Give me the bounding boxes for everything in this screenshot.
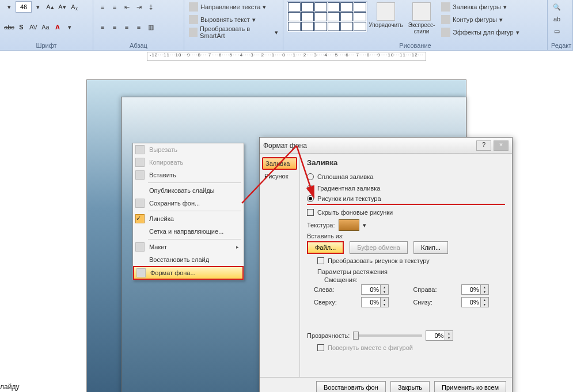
ctx-restore-slide[interactable]: Восстановить слайд [133,253,244,266]
ctx-save-background[interactable]: Сохранить фон... [133,197,244,210]
offset-right-input[interactable]: ▴▾ [461,284,505,295]
check-rotate: Повернуть вместе с фигурой [317,342,505,353]
select-button[interactable]: ▭ [551,25,563,37]
font-color-button[interactable]: A [52,21,63,33]
numbering-button[interactable]: ≡ [109,1,120,13]
label-top: Сверху: [314,299,353,306]
file-button[interactable]: Файл... [307,241,344,254]
radio-icon [307,185,314,192]
offset-left-input[interactable]: ▴▾ [361,284,405,295]
texture-picker[interactable] [339,219,359,231]
arrange-button[interactable]: Упорядочить [369,1,403,29]
align-text-icon [189,15,198,24]
slide-stage: Вырезать Копировать Вставить Опубликоват… [0,62,573,373]
align-right-button[interactable]: ≡ [121,21,132,33]
ctx-paste[interactable]: Вставить [133,169,244,181]
font-family-dropdown[interactable]: ▾ [3,1,15,13]
ctx-layout[interactable]: Макет▸ [133,241,244,253]
help-button[interactable]: ? [476,140,491,151]
ctx-cut: Вырезать [133,143,244,156]
label-left: Слева: [314,286,353,293]
copy-icon [135,158,145,167]
shape-effects-button[interactable]: Эффекты для фигур ▾ [440,26,521,38]
change-case-button[interactable]: Aa [40,21,51,33]
align-center-button[interactable]: ≡ [109,21,120,33]
ribbon-group-edit: 🔍 ab ▭ Редакт [548,0,573,50]
label-right: Справа: [413,286,453,293]
dropdown-icon[interactable]: ▾ [363,222,366,229]
radio-solid-fill[interactable]: Сплошная заливка [307,172,505,182]
ribbon-label-paragraph: Абзац [97,41,180,50]
offset-top-input[interactable]: ▴▾ [361,297,405,307]
align-left-button[interactable]: ≡ [97,21,108,33]
line-spacing-button[interactable]: ‡ [145,1,157,13]
ctx-ruler[interactable]: ✓Линейка [133,212,244,225]
layout-icon [135,242,145,252]
shrink-font-button[interactable]: A▾ [56,1,68,13]
indent-inc-button[interactable]: ⇥ [133,1,145,13]
transparency-input[interactable]: ▴▾ [426,330,453,341]
radio-picture-fill[interactable]: Рисунок или текстура [307,195,505,205]
find-button[interactable]: 🔍 [551,1,563,13]
checkbox-icon [317,344,324,351]
replace-button[interactable]: ab [551,13,563,25]
text-direction-icon [189,2,198,12]
columns-button[interactable]: ▥ [145,21,157,33]
font-color-dropdown[interactable]: ▾ [64,21,75,33]
chevron-right-icon: ▸ [236,244,239,250]
check-hide-bg[interactable]: Скрыть фоновые рисунки [307,207,505,218]
ctx-separator [148,182,241,183]
shape-fill-button[interactable]: Заливка фигуры ▾ [440,1,521,13]
ribbon: ▾ ▾ A▴ A▾ Aᵪ abc S AV Aa A ▾ Шрифт [0,0,573,51]
smartart-button[interactable]: Преобразовать в SmartArt ▾ [188,26,279,38]
check-to-texture[interactable]: Преобразовать рисунок в текстуру [317,256,505,266]
tab-picture[interactable]: Рисунок [262,171,297,181]
slider-thumb[interactable] [353,332,359,340]
spacing-button[interactable]: AV [28,21,39,33]
ruler-area: -12···11···10···9····8····7····6····5···… [0,51,573,62]
text-direction-button[interactable]: Направление текста ▾ [188,1,279,13]
express-styles-button[interactable]: Экспресс-стили [404,1,439,36]
ribbon-group-font: ▾ ▾ A▴ A▾ Aᵪ abc S AV Aa A ▾ Шрифт [0,0,93,50]
shape-outline-button[interactable]: Контур фигуры ▾ [440,14,521,25]
checkbox-icon [307,209,314,216]
label-transparency: Прозрачность: [307,332,350,339]
paste-icon [135,170,145,180]
strikethrough-button[interactable]: abc [3,21,15,33]
apply-all-button[interactable]: Применить ко всем [434,381,506,393]
horizontal-ruler[interactable]: -12···11···10···9····8····7····6····5···… [147,52,427,61]
transparency-slider[interactable] [353,334,422,337]
restore-bg-button[interactable]: Восстановить фон [316,381,386,393]
clear-format-button[interactable]: Aᵪ [69,1,80,13]
align-text-button[interactable]: Выровнять текст ▾ [188,14,279,25]
close-button[interactable]: × [494,140,509,151]
ctx-publish-slides[interactable]: Опубликовать слайды [133,184,244,197]
radio-gradient-fill[interactable]: Градиентная заливка [307,183,505,193]
dialog-titlebar[interactable]: Формат фона ? × [260,138,512,154]
footer-text-fragment: лайду [0,382,19,392]
offset-bottom-input[interactable]: ▴▾ [461,297,505,307]
ctx-separator [148,211,241,211]
ribbon-group-text-tools: Направление текста ▾ Выровнять текст ▾ П… [184,0,283,50]
ctx-copy: Копировать [133,156,244,169]
label-stretch: Параметры растяжения [317,268,505,275]
shadow-button[interactable]: S [16,21,27,33]
label-insert-from: Вставить из: [307,233,344,239]
express-styles-icon [412,2,431,21]
dialog-format-background: Формат фона ? × Заливка Рисунок Заливка … [259,137,513,392]
ctx-grid[interactable]: Сетка и направляющие... [133,225,244,238]
tab-fill[interactable]: Заливка [262,157,297,170]
bullets-button[interactable]: ≡ [97,1,108,13]
effects-icon [441,28,450,37]
font-size-dropdown[interactable]: ▾ [32,1,44,13]
ribbon-group-drawing: Упорядочить Экспресс-стили Заливка фигур… [283,0,548,50]
clip-button[interactable]: Клип... [413,241,448,254]
indent-dec-button[interactable]: ⇤ [121,1,132,13]
align-justify-button[interactable]: ≡ [133,21,145,33]
ctx-format-background[interactable]: Формат фона... [133,266,244,280]
close-dialog-button[interactable]: Закрыть [390,381,430,393]
grow-font-button[interactable]: A▴ [44,1,56,13]
font-size-input[interactable] [16,1,32,13]
shapes-gallery[interactable] [287,1,367,32]
label-bottom: Снизу: [413,299,453,306]
